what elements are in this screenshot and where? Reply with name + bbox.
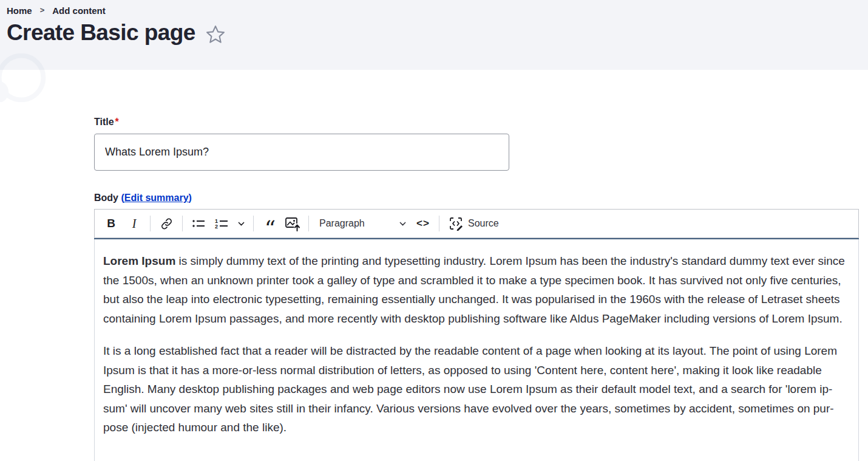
body-paragraph: Lorem Ipsum is simply dummy text of the … — [103, 251, 850, 328]
insert-image-button[interactable] — [281, 212, 304, 235]
code-icon: <> — [416, 217, 430, 230]
italic-button[interactable]: I — [123, 212, 146, 235]
bold-button[interactable]: B — [100, 212, 123, 235]
toolbar-separator — [439, 216, 439, 231]
title-input[interactable] — [94, 134, 509, 171]
italic-icon: I — [132, 217, 137, 231]
toolbar-separator — [150, 216, 151, 231]
source-button[interactable]: Source — [444, 212, 504, 235]
source-editing-icon — [449, 216, 463, 231]
toolbar-separator — [253, 216, 254, 231]
image-upload-icon — [285, 216, 300, 231]
link-icon — [160, 217, 173, 230]
required-marker: * — [115, 117, 119, 127]
code-button[interactable]: <> — [412, 212, 435, 235]
numbered-list-button[interactable]: 1 2 — [210, 212, 233, 235]
breadcrumb-current: Add content — [52, 5, 106, 16]
paragraph-format-dropdown[interactable]: Paragraph — [313, 212, 412, 235]
body-paragraph: It is a long established fact that a rea… — [103, 341, 850, 437]
bold-icon: B — [107, 217, 115, 230]
chevron-down-icon — [399, 220, 407, 228]
bulleted-list-icon — [191, 216, 206, 231]
blockquote-button[interactable]: “ — [258, 212, 281, 235]
breadcrumb-separator-icon: > — [40, 5, 45, 15]
paragraph-format-value: Paragraph — [319, 218, 365, 229]
bookmark-star-button[interactable] — [205, 24, 226, 46]
node-form: Title* Body (Edit summary) B I — [0, 117, 868, 461]
title-field-label: Title — [94, 117, 114, 127]
editor-toolbar: B I — [94, 209, 859, 238]
breadcrumb: Home > Add content — [7, 5, 868, 16]
summary-paren-close: ) — [189, 193, 192, 203]
page-header: Home > Add content Create Basic page — [0, 0, 868, 70]
numbered-list-icon: 1 2 — [214, 216, 229, 231]
bulleted-list-button[interactable] — [187, 212, 210, 235]
star-outline-icon — [205, 24, 226, 46]
svg-text:2: 2 — [215, 224, 218, 230]
toolbar-separator — [308, 216, 309, 231]
background-watermark-icon — [0, 53, 61, 102]
body-field-label: Body — [94, 193, 118, 203]
editor-content-area[interactable]: Lorem Ipsum is simply dummy text of the … — [94, 239, 859, 461]
toolbar-separator — [182, 216, 183, 231]
breadcrumb-home-link[interactable]: Home — [7, 5, 32, 16]
body-rich-text-editor: B I — [94, 209, 859, 461]
source-button-label: Source — [468, 218, 499, 229]
page-title: Create Basic page — [7, 21, 195, 46]
chevron-down-icon — [237, 220, 245, 228]
list-options-dropdown-button[interactable] — [233, 212, 249, 235]
edit-summary-link[interactable]: Edit summary — [124, 193, 189, 203]
link-button[interactable] — [155, 212, 178, 235]
